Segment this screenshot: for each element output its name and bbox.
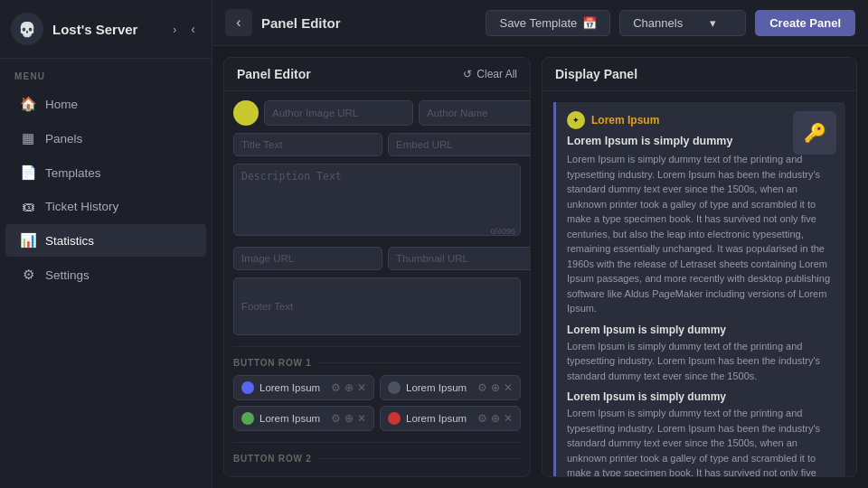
clear-all-label: Clear All — [476, 68, 517, 80]
field2-value: Lorem Ipsum is simply dummy text of the … — [567, 406, 835, 476]
field2-title: Lorem Ipsum is simply dummy — [567, 390, 835, 403]
footer-text-input[interactable] — [233, 277, 521, 335]
save-template-label: Save Template — [499, 16, 577, 30]
author-row — [233, 100, 521, 126]
display-panel-content: ✦ Lorem Ipsum 🔑 Lorem Ipsum is simply du… — [542, 91, 856, 476]
close-icon[interactable]: ✕ — [504, 381, 513, 394]
char-count: 0/4096 — [490, 227, 515, 236]
chevron-right-icon: › — [173, 23, 176, 36]
embed-card: ✦ Lorem Ipsum 🔑 Lorem Ipsum is simply du… — [553, 102, 845, 476]
button-color-dot — [241, 381, 254, 394]
description-textarea[interactable] — [233, 164, 521, 236]
sidebar-item-label: Ticket History — [45, 200, 118, 213]
gear-icon[interactable]: ⚙ — [331, 381, 341, 394]
button-color-dot — [388, 381, 401, 394]
calendar-icon: 📅 — [582, 16, 597, 30]
description-wrap: 0/4096 — [233, 164, 521, 239]
channels-label: Channels — [633, 16, 683, 30]
button-label: Lorem Ipsum — [406, 382, 472, 393]
home-icon: 🏠 — [20, 96, 36, 112]
embed-thumbnail: 🔑 — [793, 111, 836, 155]
display-panel-header: Display Panel — [542, 58, 856, 91]
settings-icon: ⚙ — [20, 267, 36, 283]
button-controls: ⚙ ⊕ ✕ — [477, 381, 513, 394]
button-controls: ⚙ ⊕ ✕ — [331, 381, 366, 394]
display-panel-title: Display Panel — [555, 67, 637, 81]
sidebar-item-panels[interactable]: ▦ Panels — [5, 122, 206, 155]
button-controls: ⚙ ⊕ ✕ — [477, 412, 513, 425]
create-panel-label: Create Panel — [769, 16, 841, 30]
menu-label: MENU — [0, 59, 212, 87]
close-icon[interactable]: ✕ — [357, 381, 366, 394]
button-item-3: Lorem Ipsum ⚙ ⊕ ✕ — [380, 406, 521, 431]
main-content: ‹ Panel Editor Save Template 📅 Channels … — [212, 0, 868, 488]
sidebar-item-label: Home — [45, 98, 78, 111]
sidebar-item-settings[interactable]: ⚙ Settings — [5, 258, 206, 291]
save-template-button[interactable]: Save Template 📅 — [486, 10, 610, 36]
sidebar-header: 💀 Lost's Server › ‹ — [0, 0, 212, 59]
button-item-1: Lorem Ipsum ⚙ ⊕ ✕ — [380, 375, 521, 400]
sidebar-item-ticket-history[interactable]: 🎟 Ticket History — [5, 191, 206, 222]
ticket-icon: 🎟 — [20, 199, 36, 214]
statistics-icon: 📊 — [20, 232, 36, 249]
plus-icon[interactable]: ⊕ — [344, 381, 354, 394]
author-name-input[interactable] — [419, 100, 530, 126]
create-panel-button[interactable]: Create Panel — [755, 10, 855, 36]
refresh-icon: ↺ — [463, 68, 472, 80]
sidebar-item-statistics[interactable]: 📊 Statistics — [5, 224, 206, 257]
embed-description: Lorem Ipsum is simply dummy text of the … — [567, 152, 835, 316]
button-label: Lorem Ipsum — [406, 413, 472, 424]
sidebar-item-home[interactable]: 🏠 Home — [5, 88, 206, 120]
page-title: Panel Editor — [261, 15, 341, 31]
image-url-input[interactable] — [233, 247, 382, 270]
button-label: Lorem Ipsum — [259, 382, 326, 393]
button-row-1-label: Button Row 1 — [233, 354, 521, 371]
embed-url-input[interactable] — [388, 133, 530, 156]
sidebar-item-label: Panels — [45, 132, 82, 145]
image-row — [233, 247, 521, 270]
panel-editor-header: Panel Editor ↺ Clear All — [224, 58, 530, 91]
panel-editor-title: Panel Editor — [237, 67, 311, 81]
avatar: 💀 — [11, 13, 43, 45]
clear-all-button[interactable]: ↺ Clear All — [463, 68, 517, 80]
display-panel: Display Panel ✦ Lorem Ipsum 🔑 Lorem Ipsu… — [542, 57, 857, 477]
panel-editor-fields: 0/4096 Button Row 1 — [224, 91, 530, 476]
back-button[interactable]: ‹ — [225, 9, 252, 36]
close-icon[interactable]: ✕ — [504, 412, 513, 425]
panels-icon: ▦ — [20, 130, 36, 146]
channels-dropdown[interactable]: Channels ▾ — [619, 10, 746, 36]
gear-icon[interactable]: ⚙ — [331, 412, 341, 425]
collapse-button[interactable]: ‹ — [185, 20, 201, 38]
plus-icon[interactable]: ⊕ — [491, 412, 500, 425]
panel-editor: Panel Editor ↺ Clear All — [223, 57, 531, 477]
templates-icon: 📄 — [20, 164, 36, 181]
author-color-picker[interactable] — [233, 100, 259, 126]
server-name: Lost's Server — [52, 22, 164, 37]
close-icon[interactable]: ✕ — [357, 412, 366, 425]
sidebar-item-label: Templates — [45, 166, 101, 180]
title-text-input[interactable] — [233, 133, 382, 156]
author-name: Lorem Ipsum — [591, 114, 659, 127]
button-item-0: Lorem Ipsum ⚙ ⊕ ✕ — [233, 375, 374, 400]
button-row-1-grid: Lorem Ipsum ⚙ ⊕ ✕ Lorem Ipsum ⚙ — [233, 375, 521, 431]
plus-icon[interactable]: ⊕ — [344, 412, 354, 425]
plus-icon[interactable]: ⊕ — [491, 381, 500, 394]
button-row-2-section: Button Row 2 — [233, 442, 521, 467]
field1-value: Lorem Ipsum is simply dummy text of the … — [567, 339, 835, 384]
sidebar-item-templates[interactable]: 📄 Templates — [5, 156, 206, 189]
title-embed-row — [233, 133, 521, 156]
topbar: ‹ Panel Editor Save Template 📅 Channels … — [212, 0, 868, 46]
sidebar-item-label: Statistics — [45, 234, 94, 248]
author-icon: ✦ — [567, 111, 585, 129]
gear-icon[interactable]: ⚙ — [477, 412, 487, 425]
button-row-1-section: Button Row 1 Lorem Ipsum ⚙ ⊕ ✕ — [233, 346, 521, 431]
button-row-2-label: Button Row 2 — [233, 450, 521, 467]
field1-title: Lorem Ipsum is simply dummy — [567, 324, 835, 336]
editor-area: Panel Editor ↺ Clear All — [212, 46, 868, 488]
thumbnail-url-input[interactable] — [388, 247, 530, 270]
gear-icon[interactable]: ⚙ — [477, 381, 487, 394]
chevron-down-icon: ▾ — [710, 16, 716, 30]
author-image-url-input[interactable] — [264, 100, 413, 126]
sidebar: 💀 Lost's Server › ‹ MENU 🏠 Home ▦ Panels… — [0, 0, 212, 488]
button-label: Lorem Ipsum — [259, 413, 326, 424]
